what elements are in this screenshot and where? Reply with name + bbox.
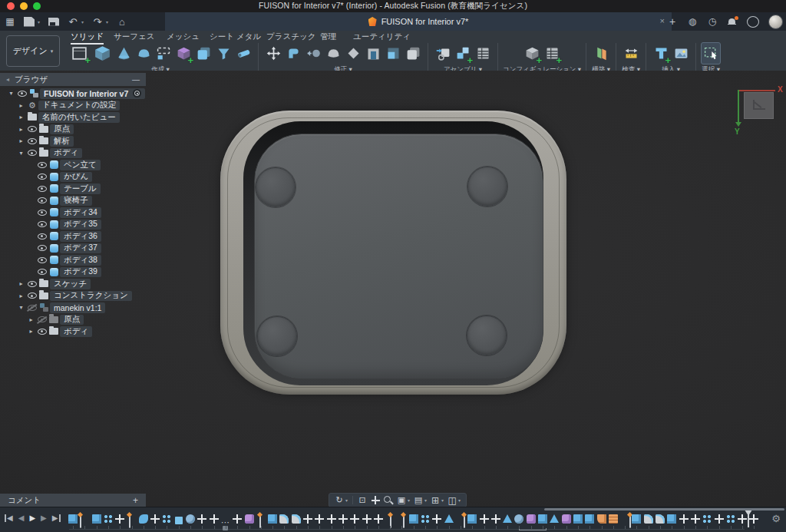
model-foot-bottom-left[interactable] [257,316,297,356]
timeline-feature-move-icon[interactable] [491,514,500,524]
browser-item[interactable]: ボディ36 [0,230,177,243]
browser-item-label[interactable]: ボディ38 [60,255,101,266]
visibility-eye-icon[interactable] [27,279,37,288]
chevron-down-icon[interactable]: ▾ [345,497,348,503]
insert-image-icon[interactable] [672,44,690,64]
model-foot-bottom-right[interactable] [467,316,507,355]
timeline-settings-gear-icon[interactable]: ⚙ [771,514,781,524]
timeline-scrollbar-thumb[interactable] [544,508,784,511]
browser-item-label[interactable]: ドキュメントの設定 [38,101,120,111]
browser-item[interactable]: ▸コンストラクション [0,290,177,302]
browser-item[interactable]: ペン立て [0,159,177,171]
visibility-eye-icon[interactable] [37,197,47,205]
configuration-icon[interactable] [523,44,541,64]
timeline-feature-sketch-icon[interactable] [80,514,81,528]
timeline-feature-move-icon[interactable] [432,514,441,524]
create-sketch-icon[interactable] [68,44,90,64]
timeline-feature-form-icon[interactable] [527,514,536,524]
tree-chevron-icon[interactable]: ▸ [26,328,36,335]
timeline-feature-ellipsis-icon[interactable] [221,514,230,524]
3d-viewport[interactable]: X Y ◂ ブラウザ — ▾FUISON for Interior v7▸⚙ドキ… [0,71,786,507]
browser-item-label[interactable]: ボディ37 [60,243,101,254]
timeline-feature-extrude-icon[interactable] [92,514,101,524]
ribbon-tab-6[interactable]: 管理 [320,31,336,42]
browser-item-label[interactable]: ボディ35 [60,220,101,230]
browser-item[interactable]: ▾FUISON for Interior v7 [0,88,177,100]
grid-snap-icon[interactable] [430,495,441,506]
new-tab-icon[interactable] [667,15,678,28]
document-tab[interactable]: FUISON for Interior v7* × [165,12,672,31]
tree-chevron-icon[interactable]: ▸ [16,102,26,109]
comments-bar[interactable]: コメント + [0,494,146,507]
timeline-feature-extrude-icon[interactable] [268,514,277,524]
browser-item-label[interactable]: 解析 [50,136,74,147]
timeline-feature-cone-icon[interactable] [550,514,559,523]
timeline-feature-bom-icon[interactable] [609,514,618,524]
save-icon[interactable] [48,18,59,26]
timeline-feature-form-icon[interactable] [562,514,571,524]
tree-chevron-icon[interactable]: ▸ [16,280,26,287]
viewports-icon[interactable] [447,495,457,506]
browser-item[interactable]: ▸解析 [0,135,177,147]
browser-item[interactable]: ▸原点 [0,124,177,136]
browser-item[interactable]: ▸スケッチ [0,278,177,290]
collapse-panel-icon[interactable]: ◂ [6,76,9,83]
visibility-eye-icon[interactable] [27,125,37,134]
offset-face-icon[interactable] [404,44,422,64]
model-foot-top-left[interactable] [256,167,296,207]
insert-text-icon[interactable] [652,44,670,64]
browser-item-label[interactable]: テーブル [60,183,101,194]
timeline-feature-extrude-icon[interactable] [667,514,676,524]
minimize-panel-icon[interactable]: — [132,75,140,84]
select-icon[interactable] [702,44,720,64]
timeline-feature-move-icon[interactable] [715,514,724,524]
timeline-feature-move-icon[interactable] [150,514,160,524]
browser-item-label[interactable]: ペン立て [60,160,101,170]
browser-item-label[interactable]: ボディ36 [60,231,101,242]
visibility-eye-icon[interactable] [37,268,47,276]
browser-panel-header[interactable]: ◂ ブラウザ — [0,73,146,86]
combine-icon[interactable] [194,44,213,64]
redo-icon[interactable] [92,15,103,28]
activate-component-radio[interactable] [133,89,141,97]
visibility-eye-icon[interactable] [37,184,47,193]
browser-item[interactable]: 寝椅子 [0,195,177,207]
joint-icon[interactable] [454,44,472,64]
timeline-feature-extrude-icon[interactable] [573,514,583,524]
timeline-feature-extrude-icon[interactable] [585,514,594,524]
browser-item[interactable]: かびん [0,171,177,183]
app-grid-menu-icon[interactable] [5,15,15,28]
visibility-eye-icon[interactable] [17,89,27,97]
browser-item[interactable]: ボディ38 [0,254,177,266]
offset-icon[interactable] [304,44,322,64]
rectangular-pattern-icon[interactable] [154,44,173,64]
zoom-icon[interactable] [383,495,394,506]
timeline-feature-pattern-icon[interactable] [702,514,712,524]
tree-chevron-icon[interactable]: ▾ [16,150,26,157]
chevron-down-icon[interactable]: ▾ [441,497,444,503]
create-mesh-icon[interactable] [174,44,193,64]
loft-icon[interactable] [134,44,153,64]
timeline-feature-cone-icon[interactable] [503,514,512,523]
chamfer-icon[interactable] [344,44,362,64]
visibility-eye-icon[interactable] [37,327,47,335]
timeline-feature-pattern-icon[interactable] [162,514,171,524]
look-at-icon[interactable] [357,495,368,506]
browser-item[interactable]: テーブル [0,183,177,195]
timeline-feature-move-icon[interactable] [115,514,124,524]
browser-item-label[interactable]: ボディ [50,148,82,159]
browser-item-label[interactable]: 原点 [60,315,84,325]
scale-icon[interactable] [384,44,402,64]
browser-item[interactable]: ▸名前の付いたビュー [0,111,177,124]
browser-item-label[interactable]: ボディ34 [60,207,101,218]
browser-item[interactable]: ボディ37 [0,243,177,255]
tree-chevron-icon[interactable]: ▸ [16,292,26,299]
ribbon-tab-4[interactable]: シート メタル [210,31,261,42]
timeline-feature-fillet-icon[interactable] [279,514,289,524]
visibility-eye-icon[interactable] [37,244,47,253]
tree-chevron-icon[interactable]: ▸ [26,316,36,323]
browser-item[interactable]: ▾manekin v1:1 [0,302,177,314]
timeline-feature-move-icon[interactable] [738,514,747,524]
ribbon-tab-3[interactable]: メッシュ [167,31,200,42]
timeline-feature-fillet-icon[interactable] [656,514,665,524]
